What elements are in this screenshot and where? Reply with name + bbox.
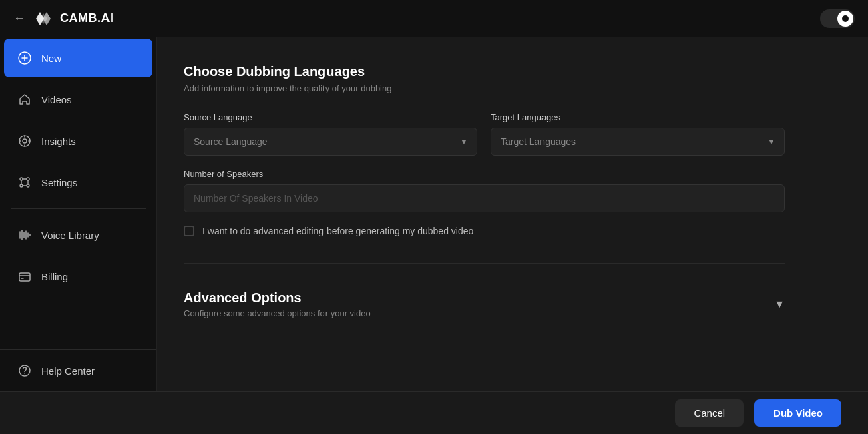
target-languages-label: Target Languages bbox=[491, 112, 785, 122]
source-language-select[interactable]: Source Language bbox=[184, 128, 477, 156]
sidebar-item-new[interactable]: New bbox=[4, 39, 152, 77]
speakers-input[interactable] bbox=[184, 184, 785, 212]
home-icon bbox=[17, 92, 32, 107]
plus-icon bbox=[17, 51, 32, 65]
sidebar-item-insights-label: Insights bbox=[41, 136, 76, 147]
sidebar-item-new-label: New bbox=[41, 53, 61, 64]
main-layout: New Videos Insights bbox=[0, 37, 868, 391]
insights-icon bbox=[17, 134, 32, 148]
sidebar-item-billing[interactable]: Billing bbox=[4, 257, 152, 296]
svg-rect-7 bbox=[19, 273, 30, 281]
svg-point-2 bbox=[23, 139, 27, 143]
sidebar-item-billing-label: Billing bbox=[41, 271, 68, 282]
cancel-button[interactable]: Cancel bbox=[675, 399, 744, 427]
logo-icon bbox=[33, 8, 55, 29]
back-button[interactable]: ← bbox=[13, 11, 25, 25]
help-icon bbox=[17, 363, 32, 378]
toggle-knob bbox=[837, 11, 853, 27]
source-language-label: Source Language bbox=[184, 112, 477, 122]
sidebar-item-insights[interactable]: Insights bbox=[4, 122, 152, 160]
svg-point-9 bbox=[24, 373, 25, 374]
sidebar-divider bbox=[11, 208, 146, 209]
target-languages-select[interactable]: Target Languages bbox=[491, 128, 785, 156]
content-inner: Choose Dubbing Languages Add information… bbox=[157, 37, 811, 345]
advanced-editing-checkbox[interactable] bbox=[184, 226, 194, 236]
speakers-label: Number of Speakers bbox=[184, 169, 785, 179]
bottom-bar: Cancel Dub Video bbox=[0, 391, 868, 434]
logo-text: CAMB.AI bbox=[60, 11, 114, 25]
dub-video-button[interactable]: Dub Video bbox=[754, 399, 841, 427]
advanced-header-text: Advanced Options Configure some advanced… bbox=[184, 290, 371, 318]
sidebar: New Videos Insights bbox=[0, 37, 157, 391]
settings-icon bbox=[17, 175, 32, 190]
theme-toggle[interactable] bbox=[820, 9, 855, 28]
sidebar-item-settings-label: Settings bbox=[41, 177, 77, 188]
sidebar-item-voice-library-label: Voice Library bbox=[41, 230, 99, 241]
top-bar: ← CAMB.AI bbox=[0, 0, 868, 37]
language-row: Source Language Source Language ▼ Target… bbox=[184, 112, 785, 156]
sidebar-item-voice-library[interactable]: Voice Library bbox=[4, 216, 152, 254]
section-title: Choose Dubbing Languages bbox=[184, 64, 785, 79]
speakers-group: Number of Speakers bbox=[184, 169, 785, 212]
target-languages-group: Target Languages Target Languages ▼ bbox=[491, 112, 785, 156]
advanced-editing-label: I want to do advanced editing before gen… bbox=[202, 226, 473, 236]
advanced-section: Advanced Options Configure some advanced… bbox=[184, 270, 785, 318]
source-language-wrapper: Source Language ▼ bbox=[184, 128, 477, 156]
billing-icon bbox=[17, 269, 32, 284]
content-area: Choose Dubbing Languages Add information… bbox=[157, 37, 868, 391]
voice-library-icon bbox=[17, 228, 32, 242]
advanced-editing-checkbox-row: I want to do advanced editing before gen… bbox=[184, 226, 785, 236]
logo-area: ← CAMB.AI bbox=[13, 8, 114, 29]
sidebar-item-help[interactable]: Help Center bbox=[4, 351, 152, 390]
sidebar-item-help-label: Help Center bbox=[41, 365, 95, 377]
sidebar-item-settings[interactable]: Settings bbox=[4, 163, 152, 202]
advanced-options-header[interactable]: Advanced Options Configure some advanced… bbox=[184, 290, 785, 318]
advanced-subtitle: Configure some advanced options for your… bbox=[184, 308, 371, 318]
sidebar-bottom: Help Center bbox=[0, 349, 156, 391]
advanced-chevron-icon: ▼ bbox=[774, 298, 785, 310]
sidebar-item-videos[interactable]: Videos bbox=[4, 80, 152, 119]
section-subtitle: Add information to improve the quality o… bbox=[184, 83, 785, 93]
dubbing-section: Choose Dubbing Languages Add information… bbox=[184, 64, 785, 264]
sidebar-item-videos-label: Videos bbox=[41, 94, 72, 105]
advanced-title: Advanced Options bbox=[184, 290, 371, 306]
source-language-group: Source Language Source Language ▼ bbox=[184, 112, 477, 156]
target-languages-wrapper: Target Languages ▼ bbox=[491, 128, 785, 156]
